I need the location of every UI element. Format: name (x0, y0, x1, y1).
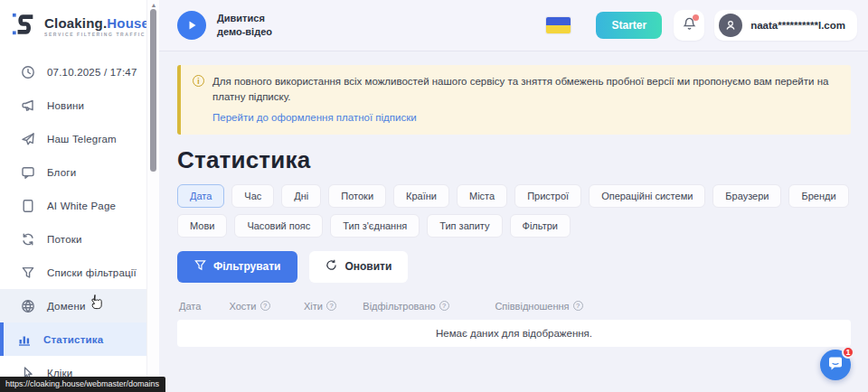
tab-streams[interactable]: Потоки (328, 184, 386, 208)
sidebar-item-filter-lists[interactable]: Списки фільтрації (0, 256, 146, 289)
trial-warning-banner: i Для повного використання всіх можливос… (177, 65, 851, 135)
tab-days[interactable]: Дні (281, 184, 321, 208)
chat-icon (827, 355, 844, 375)
globe-icon (21, 299, 35, 313)
action-row: Фільтрувати Оновити (177, 251, 851, 283)
column-header-ratio: Співвідношення? (456, 301, 622, 312)
tab-os[interactable]: Операційні системи (589, 184, 705, 208)
demo-video-play-button[interactable] (177, 11, 206, 40)
help-icon[interactable]: ? (326, 301, 336, 311)
main-area: Дивитися демо-відео Starter (159, 0, 868, 392)
user-email: naata**********l.com (750, 20, 845, 31)
scrollbar-thumb[interactable] (150, 9, 156, 172)
column-header-hosts: Хости? (215, 301, 284, 312)
help-icon[interactable]: ? (439, 301, 449, 311)
scroll-up-arrow[interactable]: ▲ (147, 2, 160, 8)
plan-starter-button[interactable]: Starter (596, 12, 662, 39)
tab-time[interactable]: Час (231, 184, 274, 208)
help-icon[interactable]: ? (260, 301, 270, 311)
tab-languages[interactable]: Мови (177, 214, 227, 238)
sidebar-item-label: 07.10.2025 / 17:47 (47, 67, 137, 78)
send-icon (21, 132, 35, 146)
language-flag-ukraine[interactable] (546, 17, 571, 33)
banner-text: Для повного використання всіх можливосте… (212, 74, 838, 106)
funnel-icon (194, 259, 206, 274)
column-header-date: Дата (177, 301, 215, 312)
funnel-icon (21, 266, 35, 280)
sidebar: Cloaking.House SERVICE FILTERING TRAFFIC… (0, 0, 146, 392)
sidebar-item-label: Списки фільтрації (47, 267, 137, 278)
page-title: Статистика (177, 146, 851, 174)
app-window: Cloaking.House SERVICE FILTERING TRAFFIC… (0, 0, 868, 392)
logo-text: Cloaking.House SERVICE FILTERING TRAFFIC (44, 15, 149, 37)
sync-icon (21, 232, 35, 247)
sidebar-item-domains[interactable]: Домени (0, 289, 146, 322)
sidebar-item-news[interactable]: Новини (0, 89, 146, 122)
avatar (719, 14, 742, 37)
sidebar-item-label: Домени (47, 301, 86, 312)
sidebar-item-label: Потоки (47, 234, 82, 245)
status-url-tooltip: https://cloaking.house/webmaster/domains (0, 377, 165, 392)
filter-button[interactable]: Фільтрувати (177, 251, 297, 283)
clock-icon (21, 65, 35, 79)
tab-devices[interactable]: Пристрої (514, 184, 581, 208)
notification-dot (693, 14, 699, 21)
tab-filters[interactable]: Фільтри (510, 214, 571, 238)
stats-tabs: ДатаЧасДніПотокиКраїниМістаПристроїОпера… (177, 184, 851, 238)
tab-countries[interactable]: Країни (393, 184, 449, 208)
tab-browsers[interactable]: Браузери (712, 184, 781, 208)
chat-unread-badge: 1 (842, 346, 854, 359)
sidebar-item-label: Наш Telegram (47, 134, 117, 145)
tab-cities[interactable]: Міста (457, 184, 507, 208)
chat-widget-button[interactable]: 1 (820, 350, 851, 380)
sidebar-item-ai-white-page[interactable]: AI White Page (0, 189, 146, 222)
sidebar-item-statistics[interactable]: Статистика (0, 322, 146, 356)
help-icon[interactable]: ? (573, 301, 583, 311)
sidebar-item-streams[interactable]: Потоки (0, 222, 146, 256)
sidebar-item-datetime[interactable]: 07.10.2025 / 17:47 (0, 55, 146, 89)
column-header-filtered: Відфільтровано? (356, 301, 456, 312)
empty-state: Немає даних для відображення. (177, 320, 851, 347)
warning-icon: i (193, 75, 204, 87)
sidebar-item-label: Блоги (47, 167, 76, 178)
megaphone-icon (21, 98, 35, 113)
sidebar-item-label: Новини (47, 100, 84, 111)
notifications-button[interactable] (674, 10, 704, 41)
user-menu[interactable]: naata**********l.com (714, 10, 857, 41)
tab-connection[interactable]: Тип з'єднання (330, 214, 420, 238)
demo-video-label[interactable]: Дивитися демо-відео (217, 12, 272, 40)
sidebar-item-label: AI White Page (47, 201, 116, 211)
sidebar-item-blogs[interactable]: Блоги (0, 155, 146, 189)
content: i Для повного використання всіх можливос… (159, 51, 868, 392)
upgrade-subscription-link[interactable]: Перейти до оформлення платної підписки (212, 112, 417, 123)
bar-chart-icon (17, 332, 32, 347)
column-header-hits: Хіти? (284, 301, 356, 312)
sidebar-scrollbar[interactable]: ▲ ▼ (146, 0, 159, 392)
play-icon (186, 20, 197, 31)
tab-brands[interactable]: Бренди (788, 184, 848, 208)
tab-timezone[interactable]: Часовий пояс (234, 214, 323, 238)
page-icon (21, 199, 35, 213)
stats-table-header: ДатаХости?Хіти?Відфільтровано?Співвіднош… (177, 294, 851, 318)
refresh-button[interactable]: Оновити (309, 251, 408, 283)
logo[interactable]: Cloaking.House SERVICE FILTERING TRAFFIC (0, 0, 146, 51)
tab-request[interactable]: Тип запиту (427, 214, 502, 238)
chat-icon (21, 165, 35, 180)
tab-date[interactable]: Дата (177, 184, 224, 208)
logo-tagline: SERVICE FILTERING TRAFFIC (44, 32, 149, 37)
refresh-icon (326, 259, 337, 274)
sidebar-item-telegram[interactable]: Наш Telegram (0, 122, 146, 155)
logo-icon (12, 11, 37, 42)
sidebar-nav: 07.10.2025 / 17:47НовиниНаш TelegramБлог… (0, 51, 146, 389)
sidebar-item-label: Статистика (43, 334, 103, 345)
topbar: Дивитися демо-відео Starter (159, 0, 868, 51)
